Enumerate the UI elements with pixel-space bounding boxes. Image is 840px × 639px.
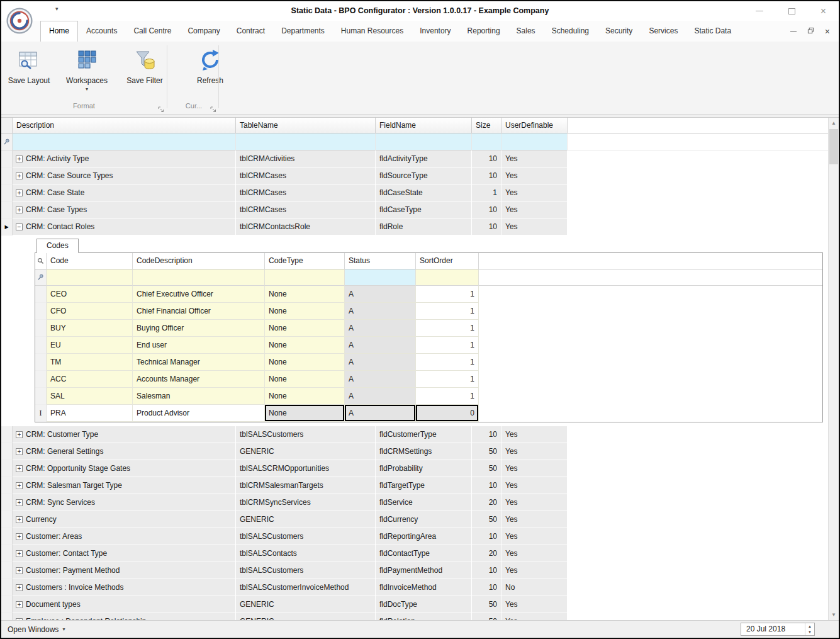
cell-size[interactable]: 10: [472, 167, 501, 184]
cell-fieldname[interactable]: fldReportingArea: [376, 528, 472, 545]
tab-home[interactable]: Home: [40, 21, 78, 42]
date-value[interactable]: 20 Jul 2018: [741, 623, 805, 635]
expand-icon[interactable]: +: [16, 156, 23, 162]
cell-codetype[interactable]: None: [265, 388, 345, 405]
cell-code[interactable]: ACC: [47, 371, 133, 388]
cell-userdefinable[interactable]: Yes: [501, 545, 568, 562]
cell-description[interactable]: +Currency: [13, 511, 236, 528]
grid-row[interactable]: ▶−CRM: Contact RolestblCRMContactsRolefl…: [1, 218, 828, 235]
cell-tablename[interactable]: tblSALSCustomerInvoiceMethod: [236, 579, 376, 596]
cell-tablename[interactable]: tblSALSContacts: [236, 545, 376, 562]
cell-size[interactable]: 10: [472, 426, 501, 443]
tab-contract[interactable]: Contract: [228, 21, 273, 42]
tab-security[interactable]: Security: [597, 21, 641, 42]
cell-fieldname[interactable]: fldCRMSettings: [376, 443, 472, 460]
codes-row[interactable]: SALSalesmanNoneA1: [35, 388, 822, 405]
scroll-up-icon[interactable]: ▲: [829, 118, 839, 128]
cell-tablename[interactable]: tblSALSCustomers: [236, 528, 376, 545]
cell-codetype[interactable]: None: [265, 286, 345, 303]
cell-description[interactable]: +CRM: Case State: [13, 184, 236, 201]
cell-codedescription[interactable]: Chief Financial Officer: [133, 303, 265, 320]
vertical-scrollbar[interactable]: ▲ ▼: [828, 118, 839, 620]
expand-icon[interactable]: +: [16, 499, 23, 506]
current-dialog-launcher-icon[interactable]: [210, 105, 216, 111]
tab-scheduling[interactable]: Scheduling: [544, 21, 597, 42]
expand-icon[interactable]: +: [16, 172, 23, 179]
tab-sales[interactable]: Sales: [508, 21, 544, 42]
column-header-status[interactable]: Status: [345, 253, 416, 269]
cell-tablename[interactable]: GENERIC: [236, 596, 376, 613]
cell-userdefinable[interactable]: Yes: [501, 150, 568, 167]
column-header-fieldname[interactable]: FieldName: [376, 118, 472, 133]
cell-sortorder[interactable]: 1: [416, 286, 479, 303]
cell-code[interactable]: EU: [47, 337, 133, 354]
expand-icon[interactable]: +: [16, 448, 23, 455]
cell-description[interactable]: +CRM: Activity Type: [13, 150, 236, 167]
cell-description[interactable]: +CRM: Salesman Target Type: [13, 477, 236, 494]
cell-status[interactable]: A: [345, 320, 416, 337]
cell-size[interactable]: 10: [472, 562, 501, 579]
cell-fieldname[interactable]: fldSourceType: [376, 167, 472, 184]
cell-description[interactable]: +Employee : Dependant Relationship: [13, 613, 236, 620]
cell-fieldname[interactable]: fldDocType: [376, 596, 472, 613]
column-header-userdefinable[interactable]: UserDefinable: [501, 118, 568, 133]
tab-human-resources[interactable]: Human Resources: [333, 21, 412, 42]
cell-fieldname[interactable]: fldProbability: [376, 460, 472, 477]
cell-tablename[interactable]: tblCRMSyncServices: [236, 494, 376, 511]
cell-description[interactable]: +CRM: Customer Type: [13, 426, 236, 443]
save-layout-button[interactable]: Save Layout: [4, 44, 54, 98]
codes-row[interactable]: ACCAccounts ManagerNoneA1: [35, 371, 822, 388]
expand-icon[interactable]: +: [16, 584, 23, 591]
cell-codedescription[interactable]: Salesman: [133, 388, 265, 405]
cell-codedescription[interactable]: Buying Officer: [133, 320, 265, 337]
cell-userdefinable[interactable]: Yes: [501, 596, 568, 613]
spin-up-icon[interactable]: ▲: [805, 623, 814, 630]
mdi-close-icon[interactable]: ×: [825, 27, 830, 36]
filter-cell-userdefinable[interactable]: [501, 133, 568, 150]
cell-size[interactable]: 20: [472, 545, 501, 562]
cell-codedescription[interactable]: Product Advisor: [133, 405, 265, 422]
column-header-description[interactable]: Description: [13, 118, 236, 133]
column-header-size[interactable]: Size: [472, 118, 501, 133]
cell-description[interactable]: +Customers : Invoice Methods: [13, 579, 236, 596]
cell-description[interactable]: +CRM: Opportunity Stage Gates: [13, 460, 236, 477]
cell-status[interactable]: A: [345, 405, 416, 422]
expand-icon[interactable]: +: [16, 533, 23, 540]
cell-sortorder[interactable]: 1: [416, 337, 479, 354]
grid-row[interactable]: +CRM: Activity TypetblCRMActivitiesfldAc…: [1, 150, 828, 167]
cell-size[interactable]: 10: [472, 477, 501, 494]
expand-icon[interactable]: +: [16, 482, 23, 489]
cell-codetype[interactable]: None: [265, 405, 345, 422]
grid-row[interactable]: +CRM: Case Source TypestblCRMCasesfldSou…: [1, 167, 828, 184]
cell-tablename[interactable]: GENERIC: [236, 511, 376, 528]
cell-status[interactable]: A: [345, 388, 416, 405]
tab-static-data[interactable]: Static Data: [686, 21, 739, 42]
grid-row[interactable]: +CRM: Customer TypetblSALSCustomersfldCu…: [1, 426, 828, 443]
cell-fieldname[interactable]: fldActivityType: [376, 150, 472, 167]
cell-tablename[interactable]: tblSALSCustomers: [236, 426, 376, 443]
expand-icon[interactable]: +: [16, 601, 23, 608]
grid-row[interactable]: +Customers : Invoice MethodstblSALSCusto…: [1, 579, 828, 596]
cell-size[interactable]: 10: [472, 150, 501, 167]
cell-size[interactable]: 50: [472, 460, 501, 477]
cell-fieldname[interactable]: fldCustomerType: [376, 426, 472, 443]
cell-code[interactable]: PRA: [47, 405, 133, 422]
cell-tablename[interactable]: GENERIC: [236, 613, 376, 620]
search-icon[interactable]: [35, 253, 47, 269]
cell-sortorder[interactable]: 1: [416, 388, 479, 405]
cell-description[interactable]: −CRM: Contact Roles: [13, 218, 236, 235]
workspaces-button[interactable]: Workspaces ▾: [62, 44, 112, 98]
cell-description[interactable]: +Customer: Areas: [13, 528, 236, 545]
cell-fieldname[interactable]: fldRelation: [376, 613, 472, 620]
collapse-icon[interactable]: −: [16, 223, 23, 230]
codes-row[interactable]: BUYBuying OfficerNoneA1: [35, 320, 822, 337]
cell-fieldname[interactable]: fldCaseState: [376, 184, 472, 201]
cell-size[interactable]: 10: [472, 201, 501, 218]
cell-code[interactable]: TM: [47, 354, 133, 371]
filter-cell-description[interactable]: [13, 133, 236, 150]
column-header-codetype[interactable]: CodeType: [265, 253, 345, 269]
cell-tablename[interactable]: tblSALSCRMOpportunities: [236, 460, 376, 477]
grid-row[interactable]: +Customer: Contact TypetblSALSContactsfl…: [1, 545, 828, 562]
cell-code[interactable]: SAL: [47, 388, 133, 405]
save-filter-button[interactable]: Save Filter: [120, 44, 170, 98]
